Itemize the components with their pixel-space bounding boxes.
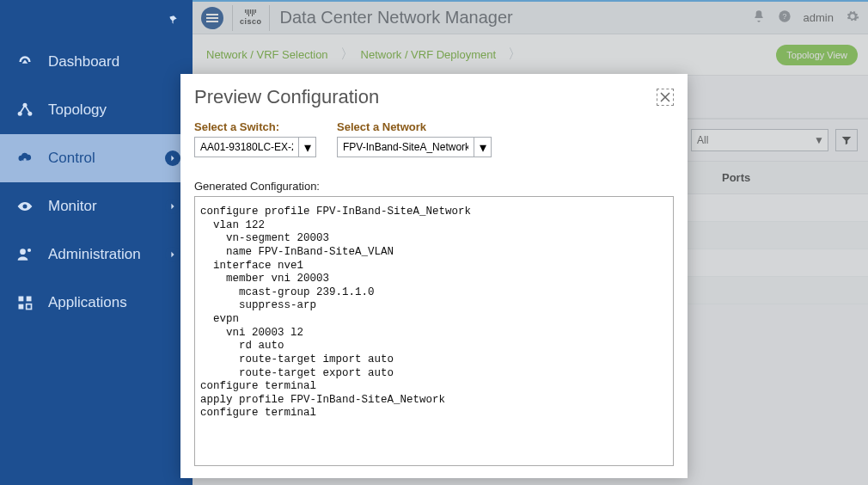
chevron-right-icon [165,150,180,166]
switch-select[interactable]: ▾ [194,137,316,157]
svg-rect-7 [27,297,32,302]
sidebar-item-topology[interactable]: Topology [0,86,193,134]
sidebar-item-label: Monitor [48,198,97,215]
sidebar: Dashboard Topology Control Monitor Admin… [0,0,193,485]
chevron-right-icon [165,247,180,262]
help-icon[interactable]: ? [778,9,792,27]
filter-dropdown-value: All [697,134,708,146]
network-select[interactable]: ▾ [337,137,492,157]
chevron-down-icon[interactable]: ▾ [298,138,315,157]
sidebar-item-applications[interactable]: Applications [0,279,193,327]
sidebar-item-label: Topology [48,101,107,119]
gauge-icon [15,52,34,71]
bell-icon[interactable] [752,9,766,27]
sidebar-item-monitor[interactable]: Monitor [0,182,193,230]
pin-icon[interactable] [167,14,179,29]
app-title: Data Center Network Manager [280,8,513,28]
svg-rect-11 [206,17,218,19]
modal-title: Preview Configuration [194,86,379,108]
svg-point-5 [28,249,31,252]
svg-rect-6 [19,297,24,302]
sidebar-item-label: Administration [48,246,141,263]
graph-icon [15,101,34,120]
filter-button[interactable] [835,129,858,151]
sidebar-item-control[interactable]: Control [0,134,193,182]
breadcrumb-selection[interactable]: Network / VRF Selection [206,48,328,61]
svg-rect-10 [206,14,218,15]
column-ports[interactable]: Ports [722,171,854,184]
close-button[interactable] [657,89,674,106]
eye-icon [15,197,34,216]
breadcrumb-bar: Network / VRF Selection 〉 Network / VRF … [193,34,868,76]
topbar: cisco Data Center Network Manager ? admi… [193,0,868,34]
svg-point-4 [20,249,26,255]
svg-rect-8 [19,304,24,310]
breadcrumb-deployment[interactable]: Network / VRF Deployment [361,48,497,61]
preview-config-modal: Preview Configuration Select a Switch: ▾… [180,74,688,478]
vendor-logo: cisco [232,5,270,31]
sidebar-item-label: Control [48,150,95,167]
sidebar-item-administration[interactable]: Administration [0,230,193,279]
cloud-gear-icon [15,149,34,168]
sidebar-item-label: Applications [48,294,127,311]
switch-select-label: Select a Switch: [194,120,316,133]
svg-point-3 [23,158,26,161]
switch-select-input[interactable] [195,138,298,157]
network-select-input[interactable] [338,138,474,157]
sidebar-item-label: Dashboard [48,53,119,71]
svg-rect-12 [206,21,218,22]
svg-rect-9 [27,304,32,310]
svg-text:?: ? [782,12,786,21]
generated-config-label: Generated Configuration: [194,180,674,193]
chevron-right-icon: 〉 [340,46,354,64]
filter-dropdown[interactable]: All ▼ [691,129,828,151]
chevron-down-icon[interactable]: ▾ [474,138,491,157]
topology-view-button[interactable]: Topology View [776,45,858,65]
settings-gear-icon[interactable] [846,9,859,27]
apps-icon [15,293,34,312]
chevron-down-icon: ▼ [814,134,824,146]
user-gear-icon [15,245,34,264]
generated-config-text[interactable]: configure profile FPV-InBand-SiteA_Netwo… [194,196,674,466]
menu-button[interactable] [201,7,223,29]
chevron-right-icon [165,199,180,214]
vendor-name: cisco [240,17,262,26]
user-label[interactable]: admin [804,11,834,24]
chevron-right-icon: 〉 [508,46,522,64]
sidebar-nav: Dashboard Topology Control Monitor Admin… [0,38,193,327]
sidebar-item-dashboard[interactable]: Dashboard [0,38,193,86]
network-select-label: Select a Network [337,120,492,133]
